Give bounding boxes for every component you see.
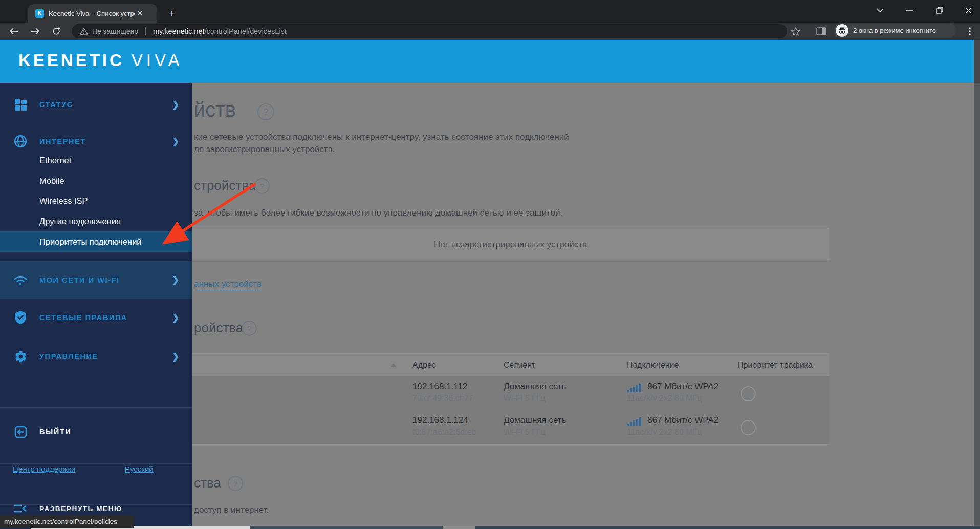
dashboard-icon (13, 97, 28, 112)
shield-check-icon (13, 310, 28, 325)
bottom-edge-segment (443, 526, 475, 529)
sidebar-item-management[interactable]: УПРАВЛЕНИЕ ❯ (0, 343, 192, 370)
intro-paragraph: кие сетевые устройства подключены к инте… (194, 131, 569, 156)
column-header-segment[interactable]: Сегмент (504, 361, 535, 370)
sidebar-subitem-label: Ethernet (39, 156, 71, 165)
device-table-row[interactable]: 192.168.1.112 70:cf:49:36:cf:77 Домашняя… (192, 376, 829, 411)
sidebar-item-status[interactable]: СТАТУС ❯ (0, 90, 192, 119)
device-speed: 867 Мбит/с WPA2 (647, 382, 718, 392)
device-ip: 192.168.1.112 (412, 382, 467, 392)
keenetic-logo: KEENETICVIVA (18, 51, 183, 70)
device-table-row[interactable]: 192.168.1.124 f0:57:a6:a2:5d:eb Домашняя… (192, 410, 829, 445)
device-mac: 70:cf:49:36:cf:77 (412, 394, 473, 403)
status-bar-tooltip: my.keenetic.net/controlPanel/policies (0, 515, 134, 528)
incognito-icon (836, 24, 848, 37)
page-scrollbar-track[interactable] (974, 40, 980, 83)
sidebar-item-label: СЕТЕВЫЕ ПРАВИЛА (39, 313, 127, 322)
sidebar-item-network-rules[interactable]: СЕТЕВЫЕ ПРАВИЛА ❯ (0, 304, 192, 331)
help-icon[interactable]: ? (257, 103, 274, 120)
intro-line-1: кие сетевые устройства подключены к инте… (194, 131, 569, 143)
signal-strength-icon (627, 384, 642, 394)
sidebar-item-ethernet[interactable]: Ethernet (0, 150, 192, 171)
window-restore-button[interactable] (926, 0, 953, 20)
help-icon[interactable]: ? (242, 321, 257, 336)
incognito-windows-badge[interactable]: 2 окна в режиме инкогнито (834, 23, 956, 38)
device-band: Wi-Fi 5 ГГц (504, 394, 546, 403)
tab-title: Keenetic Viva – Список устройст (49, 10, 135, 17)
chevron-right-icon: ❯ (172, 136, 179, 147)
address-bar[interactable]: Не защищено my.keenetic.net/controlPanel… (72, 24, 787, 38)
tab-search-chevron-icon[interactable] (867, 0, 894, 20)
chevron-right-icon: ❯ (172, 99, 179, 110)
device-band: Wi-Fi 5 ГГц (504, 428, 546, 437)
blocked-devices-heading-fragment: ства (194, 475, 221, 491)
empty-state-text: Нет незарегистрированных устройств (434, 239, 587, 251)
signal-strength-icon (627, 417, 642, 428)
tab-strip: K Keenetic Viva – Список устройст ✕ + (0, 0, 980, 23)
blocked-devices-text-fragment: доступ в интернет. (194, 504, 269, 516)
tab-close-icon[interactable]: ✕ (137, 9, 143, 18)
window-close-button[interactable] (955, 0, 980, 20)
sidebar-subitem-label: Другие подключения (39, 217, 121, 226)
sort-ascending-icon[interactable] (390, 363, 397, 367)
sidebar-divider (0, 463, 192, 464)
collapse-menu-icon (13, 501, 28, 516)
incognito-label: 2 окна в режиме инкогнито (853, 27, 936, 34)
column-header-connection[interactable]: Подключение (627, 361, 679, 370)
page-title-fragment: йств (194, 98, 236, 121)
keenetic-favicon: K (35, 9, 44, 18)
security-label[interactable]: Не защищено (92, 27, 138, 35)
forward-button[interactable] (28, 24, 43, 39)
gear-icon (13, 349, 28, 364)
back-button[interactable] (6, 24, 21, 39)
url-host: my.keenetic.net (153, 27, 204, 35)
device-mode: 11ac/k/v 2x2 80 МГц (627, 394, 702, 403)
browser-tab[interactable]: K Keenetic Viva – Список устройст ✕ (28, 4, 157, 23)
device-segment: Домашняя сеть (504, 415, 567, 426)
device-segment: Домашняя сеть (504, 382, 567, 392)
sidebar-item-label: РАЗВЕРНУТЬ МЕНЮ (39, 505, 122, 513)
sidebar-item-label: СТАТУС (39, 100, 73, 109)
page-scrollbar[interactable] (974, 40, 980, 529)
device-mac: f0:57:a6:a2:5d:eb (412, 428, 476, 437)
column-header-address[interactable]: Адрес (412, 361, 436, 370)
sidebar-subitem-label: Wireless ISP (39, 196, 88, 206)
device-mode: 11ac/k/v 2x2 80 МГц (627, 428, 702, 437)
bottom-edge-segment (250, 526, 443, 529)
device-ip: 192.168.1.124 (412, 415, 468, 426)
help-icon[interactable]: ? (228, 476, 243, 491)
devices-table-header: Адрес Сегмент Подключение Приоритет траф… (192, 353, 829, 377)
chevron-right-icon: ❯ (172, 351, 179, 362)
bottom-edge-segment (475, 526, 980, 529)
wifi-icon (13, 272, 28, 288)
window-minimize-button[interactable] (897, 0, 923, 20)
sidebar-item-logout[interactable]: ВЫЙТИ (0, 418, 192, 445)
intro-line-2: ля зарегистрированных устройств. (194, 143, 569, 156)
language-link[interactable]: Русский (125, 464, 154, 473)
sidebar-item-internet[interactable]: ИНТЕРНЕТ ❯ (0, 131, 192, 152)
sidebar-item-label: ИНТЕРНЕТ (39, 137, 86, 145)
url-path: /controlPanel/devicesList (204, 27, 286, 35)
chevron-right-icon: ❯ (172, 312, 179, 323)
traffic-priority-badge[interactable]: 6 (741, 420, 756, 435)
sidebar-item-label: ВЫЙТИ (39, 428, 71, 436)
support-center-link[interactable]: Центр поддержки (13, 464, 75, 473)
side-panel-icon[interactable] (814, 24, 829, 39)
reload-button[interactable] (49, 24, 64, 39)
sidebar-subitem-label: Mobile (39, 176, 64, 186)
empty-unregistered-row: Нет незарегистрированных устройств (192, 228, 829, 261)
model-name: VIVA (132, 51, 183, 70)
sidebar-item-label: УПРАВЛЕНИЕ (39, 352, 98, 361)
sidebar-item-my-networks-wifi[interactable]: МОИ СЕТИ И WI-FI ❯ (0, 261, 192, 299)
sidebar-menu: СТАТУС ❯ ИНТЕРНЕТ ❯ Ethernet Mobile Wire… (0, 83, 192, 529)
new-tab-button[interactable]: + (165, 6, 179, 20)
sidebar-divider (0, 407, 192, 408)
traffic-priority-badge[interactable]: 6 (741, 386, 756, 401)
chrome-menu-icon[interactable] (962, 24, 977, 39)
screen: K Keenetic Viva – Список устройст ✕ + Не… (0, 0, 980, 529)
column-header-traffic-priority[interactable]: Приоритет трафика (737, 361, 813, 370)
bookmark-star-icon[interactable] (788, 24, 803, 39)
show-registered-devices-link-fragment[interactable]: анных устройств (194, 279, 262, 290)
not-secure-warning-icon[interactable] (80, 28, 88, 35)
globe-icon (13, 134, 28, 149)
